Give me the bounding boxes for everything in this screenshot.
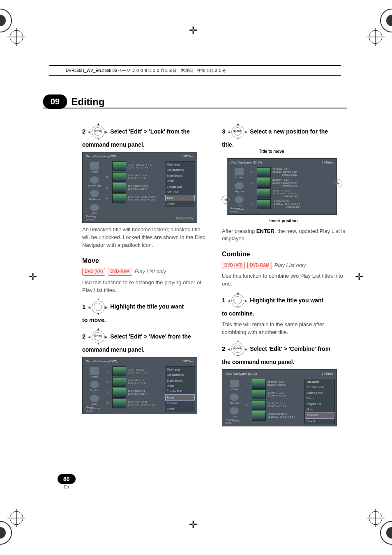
menu-item-lock: Lock [165,195,195,201]
step-text: Select a new position for the [250,127,345,136]
enter-button-icon: ENTER▲▼◀▶ [228,340,247,358]
disc-navigator-screenshot: Disc Navigator (DVD)10Titles 4 Titles Pl… [222,369,337,426]
registration-mark-icon [4,25,29,49]
crosshair-icon: ✛ [355,271,363,283]
thumbnail [112,161,126,171]
registration-mark-icon [363,25,388,49]
chapter-number: 09 [43,94,67,109]
menu-item-move: Move [165,394,195,401]
right-column: 3 ENTER▲▼◀▶ Select a new position for th… [222,119,345,430]
step-number: 1 [82,302,85,311]
step-number: 2 [82,332,85,341]
body-text: Use this function to re-arrange the play… [82,279,205,295]
badge-dvd-ram: DVD-RAM [108,268,132,276]
step-text: Highlight the title you want [250,296,345,304]
step-text: Select 'Edit' > 'Combine' from [250,345,345,353]
disc-navigator-screenshot: Disc Navigator (DVD)10Titles 4 Titles Pl… [82,357,197,414]
menu-item-combine: Combine [305,412,334,418]
book-info-text: DVR550H_WV_EN.book 86 ページ ２００６年１２月２８日 木曜… [49,68,226,73]
chapter-header: 09 Editing [43,94,105,109]
step-text: Highlight the title you want [110,302,205,311]
annotation-insert-position: Insert position [222,218,345,224]
step-number: 3 [222,127,225,136]
body-text: Use this function to combine two Play Li… [222,272,345,288]
page-number: 86 En [58,474,76,489]
registration-mark-icon [4,506,29,530]
step-number: 2 [222,344,225,353]
nav-button-icon: ▲▼◀▶ [228,291,247,309]
left-column: 2 ENTER ▲▼◀▶ Select 'Edit' > 'Lock' from… [82,119,205,430]
step-text: Select 'Edit' > 'Move' from the [110,332,205,341]
body-text: This title will remain in the same place… [222,321,345,336]
disc-navigator-screenshot: Disc Navigator (HDD)10Titles 4 Titles Re… [82,152,197,223]
badge-dvd-ram: DVD-RAM [247,262,272,269]
page: ✛ ✛ ✛ ✛ DVR550H_WV_EN.book 86 ページ ２００６年１… [0,0,392,555]
badge-note: Play List only [135,268,166,276]
header-info: DVR550H_WV_EN.book 86 ページ ２００６年１２月２８日 木曜… [49,68,226,74]
crosshair-icon: ✛ [29,271,37,283]
body-text: After pressing ENTER, the new, updated P… [222,228,345,243]
divider [43,108,347,108]
nav-title: Disc Navigator (HDD) [86,154,118,159]
enter-button-icon: ENTER ▲▼◀▶ [89,122,107,140]
left-arrow-icon: ◀ [221,196,230,204]
enter-button-icon: ENTER▲▼◀▶ [228,122,247,140]
heading-move: Move [82,256,205,265]
annotation-title-to-move: Title to move [222,149,345,155]
nav-count: 10Titles [182,154,194,159]
heading-combine: Combine [222,249,345,259]
badge-dvd-vr: DVD (VR) [222,262,245,269]
step-number: 1 [222,296,225,305]
disc-navigator-screenshot: Disc Navigator (DVD)10Titles 4 Titles Pl… [227,158,337,215]
badge-dvd-vr: DVD (VR) [82,268,105,276]
crosshair-icon: ✛ [189,519,197,530]
badge-note: Play List only [274,262,306,269]
context-menu: Title Name Set Thumbnail Erase Section D… [165,161,195,207]
context-menu: Title Name Set Thumbnail Erase Section D… [165,366,195,412]
enter-button-icon: ENTER▲▼◀▶ [89,327,107,345]
registration-mark-icon [363,506,388,530]
body-text: An unlocked title will become locked; a … [82,226,205,249]
right-arrow-icon: ▶ [334,179,342,187]
crosshair-icon: ✛ [189,25,197,36]
context-menu: Title Name Set Thumbnail Erase Section D… [304,379,335,424]
step-text-cont: command menu panel. [82,140,205,149]
step-number: 2 [82,127,85,136]
nav-button-icon: ▲▼◀▶ [89,298,107,316]
chapter-title: Editing [71,96,104,108]
step-text: Select 'Edit' > 'Lock' from the [110,127,205,136]
